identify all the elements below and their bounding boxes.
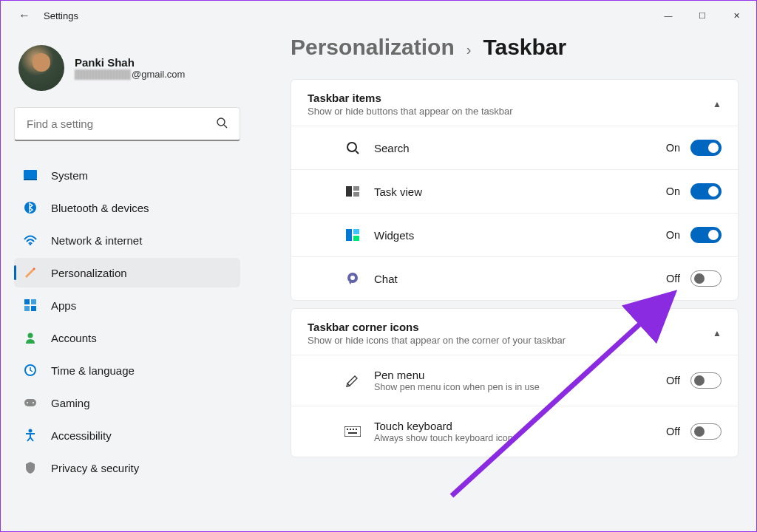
sidebar-item-label: Network & internet xyxy=(51,234,142,247)
search-input[interactable] xyxy=(27,117,216,130)
svg-rect-3 xyxy=(24,179,37,180)
minimize-button[interactable]: ― xyxy=(651,4,685,27)
chevron-right-icon: › xyxy=(466,41,472,58)
toggle-state: Off xyxy=(666,426,680,437)
sidebar-item-bluetooth[interactable]: Bluetooth & devices xyxy=(14,193,240,222)
sidebar: Panki Shah @gmail.com System Bluetooth &… xyxy=(1,30,252,531)
maximize-button[interactable]: ☐ xyxy=(685,4,719,27)
sidebar-item-network[interactable]: Network & internet xyxy=(14,225,240,255)
svg-point-26 xyxy=(350,276,355,280)
redacted-text xyxy=(75,69,131,80)
svg-point-14 xyxy=(27,402,28,403)
content: Personalization › Taskbar Taskbar items … xyxy=(252,30,756,531)
svg-rect-20 xyxy=(353,186,359,191)
sidebar-item-label: Time & language xyxy=(51,364,135,377)
card-header[interactable]: Taskbar corner icons Show or hide icons … xyxy=(291,309,738,355)
svg-point-16 xyxy=(29,429,33,433)
svg-point-5 xyxy=(30,244,31,245)
sidebar-item-accessibility[interactable]: Accessibility xyxy=(14,420,240,450)
sidebar-item-label: Apps xyxy=(51,299,76,312)
sidebar-item-label: Privacy & security xyxy=(51,462,139,474)
sidebar-item-system[interactable]: System xyxy=(14,160,240,190)
search-toggle[interactable] xyxy=(690,140,722,156)
time-icon xyxy=(23,363,38,378)
svg-point-15 xyxy=(33,402,34,403)
svg-line-18 xyxy=(356,151,359,154)
breadcrumb-parent[interactable]: Personalization xyxy=(291,35,455,60)
sidebar-item-personalization[interactable]: Personalization xyxy=(14,258,240,287)
sidebar-item-accounts[interactable]: Accounts xyxy=(14,323,240,352)
sidebar-item-label: Accounts xyxy=(51,332,97,344)
sidebar-item-label: Personalization xyxy=(51,267,127,279)
widgets-icon xyxy=(344,229,361,241)
taskview-icon xyxy=(344,186,361,197)
system-icon xyxy=(23,168,38,183)
row-search: Search On xyxy=(291,126,738,169)
card-title: Taskbar corner icons xyxy=(308,321,566,333)
keyboard-icon xyxy=(344,426,361,437)
taskview-toggle[interactable] xyxy=(690,183,722,200)
svg-rect-6 xyxy=(24,299,30,304)
nav: System Bluetooth & devices Network & int… xyxy=(14,160,240,482)
svg-rect-29 xyxy=(350,429,351,430)
svg-rect-8 xyxy=(24,306,30,311)
toggle-state: On xyxy=(666,142,680,154)
svg-rect-24 xyxy=(353,236,359,241)
avatar xyxy=(18,45,64,91)
chat-icon xyxy=(344,272,361,285)
chevron-up-icon[interactable]: ▲ xyxy=(713,99,722,109)
profile-email: @gmail.com xyxy=(75,69,185,80)
row-label: Chat xyxy=(374,273,666,285)
sidebar-item-label: Bluetooth & devices xyxy=(51,202,149,214)
search-icon xyxy=(216,117,228,131)
svg-rect-32 xyxy=(348,432,357,434)
toggle-state: Off xyxy=(666,375,680,386)
search-box[interactable] xyxy=(14,107,240,141)
toggle-state: On xyxy=(666,229,680,241)
row-sublabel: Always show touch keyboard icon xyxy=(374,433,566,443)
row-label: Search xyxy=(374,142,666,154)
svg-rect-13 xyxy=(24,399,36,406)
sidebar-item-time[interactable]: Time & language xyxy=(14,355,240,385)
window-controls: ― ☐ ✕ xyxy=(651,4,753,27)
svg-rect-21 xyxy=(353,192,359,197)
svg-point-0 xyxy=(217,118,225,126)
svg-point-10 xyxy=(28,333,33,338)
svg-rect-31 xyxy=(356,429,357,430)
chat-toggle[interactable] xyxy=(690,270,722,287)
row-label: Task view xyxy=(374,185,666,198)
row-sublabel: Show pen menu icon when pen is in use xyxy=(374,382,566,392)
row-touch-keyboard: Touch keyboard Always show touch keyboar… xyxy=(291,406,738,457)
profile-name: Panki Shah xyxy=(75,56,185,69)
card-subtitle: Show or hide buttons that appear on the … xyxy=(308,106,513,117)
row-label: Pen menu xyxy=(374,369,666,381)
card-header[interactable]: Taskbar items Show or hide buttons that … xyxy=(291,80,738,126)
sidebar-item-gaming[interactable]: Gaming xyxy=(14,388,240,417)
touchkb-toggle[interactable] xyxy=(690,423,722,440)
widgets-toggle[interactable] xyxy=(690,227,722,243)
svg-rect-30 xyxy=(353,429,354,430)
close-button[interactable]: ✕ xyxy=(719,4,753,27)
row-taskview: Task view On xyxy=(291,169,738,213)
back-button[interactable]: ← xyxy=(18,9,30,22)
svg-rect-22 xyxy=(346,229,352,241)
sidebar-item-privacy[interactable]: Privacy & security xyxy=(14,453,240,482)
sidebar-item-label: Gaming xyxy=(51,397,90,409)
gaming-icon xyxy=(23,395,38,410)
svg-rect-2 xyxy=(24,170,37,179)
card-title: Taskbar items xyxy=(308,92,513,104)
row-label: Touch keyboard xyxy=(374,420,666,432)
network-icon xyxy=(23,233,38,248)
accessibility-icon xyxy=(23,428,38,443)
window-title: Settings xyxy=(44,10,78,21)
row-chat: Chat Off xyxy=(291,256,738,300)
chevron-up-icon[interactable]: ▲ xyxy=(713,328,722,338)
sidebar-item-apps[interactable]: Apps xyxy=(14,290,240,320)
svg-rect-19 xyxy=(346,186,352,197)
accounts-icon xyxy=(23,330,38,345)
profile-block[interactable]: Panki Shah @gmail.com xyxy=(14,45,240,91)
pen-toggle[interactable] xyxy=(690,372,722,389)
taskbar-items-card: Taskbar items Show or hide buttons that … xyxy=(291,79,739,301)
svg-rect-27 xyxy=(344,426,361,437)
apps-icon xyxy=(23,298,38,313)
